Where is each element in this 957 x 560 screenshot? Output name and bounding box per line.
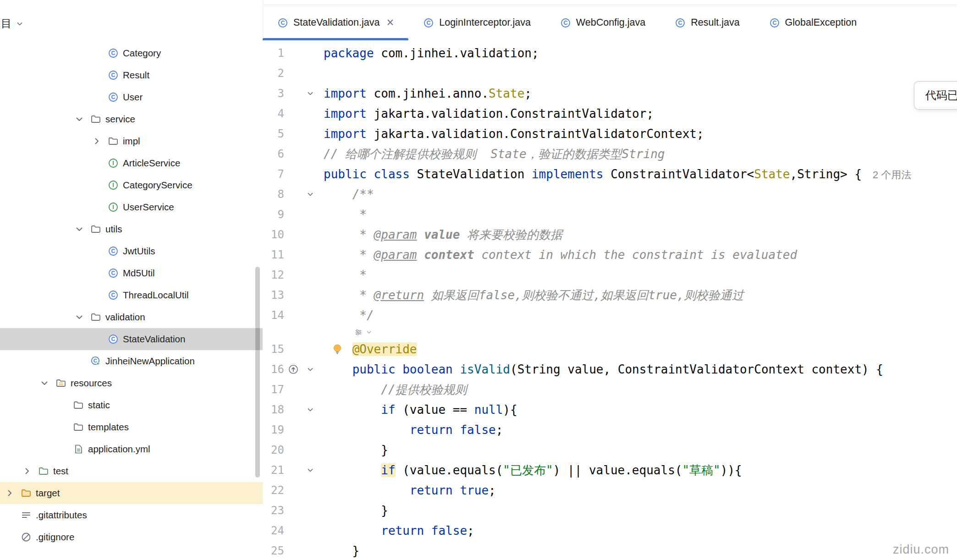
fold-icon[interactable] — [302, 460, 318, 480]
line-number[interactable]: 23 — [263, 500, 284, 521]
line-number[interactable]: 19 — [263, 420, 284, 440]
line-number[interactable]: 10 — [263, 225, 284, 245]
code-vision-settings-icon[interactable] — [353, 327, 373, 337]
line-number[interactable]: 6 — [263, 144, 284, 164]
inlay-usages-hint[interactable]: 2 个用法 — [873, 169, 911, 181]
code-line-23[interactable]: 23 } — [263, 500, 957, 521]
line-number[interactable]: 2 — [263, 63, 284, 83]
code-token — [324, 403, 381, 417]
code-line-15[interactable]: 15 @Override — [263, 339, 957, 359]
chevron-right-icon[interactable] — [4, 488, 21, 499]
fold-icon[interactable] — [302, 184, 318, 204]
tree-item-application-yml[interactable]: application.yml — [0, 438, 263, 460]
tree-scrollbar[interactable] — [255, 267, 260, 478]
code-line-24[interactable]: 24 return false; — [263, 521, 957, 541]
chevron-right-icon[interactable] — [91, 136, 108, 147]
line-number[interactable]: 24 — [263, 521, 284, 541]
tab-globalexception[interactable]: CGlobalException — [754, 5, 872, 40]
tab-logininterceptor-java[interactable]: CLoginInterceptor.java — [408, 5, 545, 40]
code-line-6[interactable]: 6// 给哪个注解提供校验规则 State，验证的数据类型String — [263, 144, 957, 164]
chevron-down-icon[interactable] — [74, 114, 90, 125]
code-line-17[interactable]: 17 //提供校验规则 — [263, 379, 957, 400]
tree-item-md5util[interactable]: CMd5Util — [0, 262, 263, 284]
code-line-5[interactable]: 5import jakarta.validation.ConstraintVal… — [263, 124, 957, 144]
line-number[interactable]: 11 — [263, 245, 284, 265]
line-number[interactable]: 15 — [263, 339, 284, 359]
chevron-right-icon[interactable] — [22, 466, 38, 477]
line-number[interactable]: 14 — [263, 305, 284, 325]
code-line-14[interactable]: 14 */ — [263, 305, 957, 325]
tree-item-categoryservice[interactable]: ICategoryService — [0, 174, 263, 196]
tree-item-category[interactable]: CCategory — [0, 42, 263, 64]
overriding-method-icon[interactable] — [284, 359, 302, 379]
tree-item-threadlocalutil[interactable]: CThreadLocalUtil — [0, 284, 263, 306]
code-line-12[interactable]: 12 * — [263, 265, 957, 285]
code-line-3[interactable]: 3import com.jinhei.anno.State; — [263, 83, 957, 104]
line-number[interactable]: 17 — [263, 379, 284, 400]
code-line-19[interactable]: 19 return false; — [263, 420, 957, 440]
fold-icon[interactable] — [302, 83, 318, 104]
tab-statevalidation-java[interactable]: CStateValidation.java× — [263, 5, 408, 40]
code-line-11[interactable]: 11 * @param context context in which the… — [263, 245, 957, 265]
code-line-8[interactable]: 8 /** — [263, 184, 957, 204]
tree-item-utils[interactable]: utils — [0, 218, 263, 240]
line-number[interactable]: 25 — [263, 541, 284, 560]
line-number[interactable]: 8 — [263, 184, 284, 204]
code-line-1[interactable]: 1package com.jinhei.validation; — [263, 43, 957, 63]
line-number[interactable]: 1 — [263, 43, 284, 63]
line-number[interactable]: 22 — [263, 480, 284, 500]
line-number[interactable]: 3 — [263, 83, 284, 104]
code-line-25[interactable]: 25 } — [263, 541, 957, 560]
tree-item-user[interactable]: CUser — [0, 86, 263, 108]
line-number[interactable]: 13 — [263, 285, 284, 305]
code-line-7[interactable]: 7public class StateValidation implements… — [263, 164, 957, 184]
line-number[interactable]: 20 — [263, 440, 284, 460]
tree-item-target[interactable]: target — [0, 482, 263, 504]
chevron-down-icon[interactable] — [74, 312, 90, 323]
tree-item-impl[interactable]: impl — [0, 130, 263, 152]
tree-item-validation[interactable]: validation — [0, 306, 263, 328]
code-editor[interactable]: 1package com.jinhei.validation;23import … — [263, 40, 957, 560]
close-icon[interactable]: × — [386, 16, 394, 29]
code-line-9[interactable]: 9 * — [263, 204, 957, 225]
code-line-2[interactable]: 2 — [263, 63, 957, 83]
tree-item-statevalidation[interactable]: CStateValidation — [0, 328, 263, 350]
chevron-down-icon[interactable] — [74, 224, 90, 235]
tree-item-test[interactable]: test — [0, 460, 263, 482]
line-number[interactable]: 18 — [263, 400, 284, 420]
tree-item-service[interactable]: service — [0, 108, 263, 130]
line-number[interactable]: 16 — [263, 359, 284, 379]
code-line-18[interactable]: 18 if (value == null){ — [263, 400, 957, 420]
project-pane-header[interactable]: 目 — [1, 16, 24, 31]
tree-item-gitignore[interactable]: .gitignore — [0, 526, 263, 548]
tree-item-resources[interactable]: resources — [0, 372, 263, 394]
tree-item-result[interactable]: CResult — [0, 64, 263, 86]
tree-item-userservice[interactable]: IUserService — [0, 196, 263, 218]
tree-item-templates[interactable]: templates — [0, 416, 263, 438]
line-number[interactable]: 9 — [263, 204, 284, 225]
intention-bulb-icon[interactable] — [331, 343, 343, 355]
tab-webconfig-java[interactable]: CWebConfig.java — [545, 5, 660, 40]
code-line-10[interactable]: 10 * @param value 将来要校验的数据 — [263, 225, 957, 245]
fold-icon[interactable] — [302, 400, 318, 420]
code-line-16[interactable]: 16 public boolean isValid(String value, … — [263, 359, 957, 379]
tree-item-articleservice[interactable]: IArticleService — [0, 152, 263, 174]
fold-icon[interactable] — [302, 359, 318, 379]
tree-item-jwtutils[interactable]: CJwtUtils — [0, 240, 263, 262]
line-number[interactable]: 12 — [263, 265, 284, 285]
line-number[interactable]: 21 — [263, 460, 284, 480]
line-number[interactable]: 5 — [263, 124, 284, 144]
line-number[interactable]: 7 — [263, 164, 284, 184]
code-line-13[interactable]: 13 * @return 如果返回false,则校验不通过,如果返回true,则… — [263, 285, 957, 305]
code-line-4[interactable]: 4import jakarta.validation.ConstraintVal… — [263, 104, 957, 124]
code-line-20[interactable]: 20 } — [263, 440, 957, 460]
chevron-down-icon[interactable] — [39, 378, 55, 389]
tree-item-static[interactable]: static — [0, 394, 263, 416]
chevron-down-icon[interactable] — [15, 19, 24, 28]
code-line-21[interactable]: 21 if (value.equals("已发布") || value.equa… — [263, 460, 957, 480]
tree-item-jinheinewapplication[interactable]: CJinheiNewApplication — [0, 350, 263, 372]
line-number[interactable]: 4 — [263, 104, 284, 124]
tree-item-gitattributes[interactable]: .gitattributes — [0, 504, 263, 526]
code-line-22[interactable]: 22 return true; — [263, 480, 957, 500]
tab-result-java[interactable]: CResult.java — [660, 5, 754, 40]
